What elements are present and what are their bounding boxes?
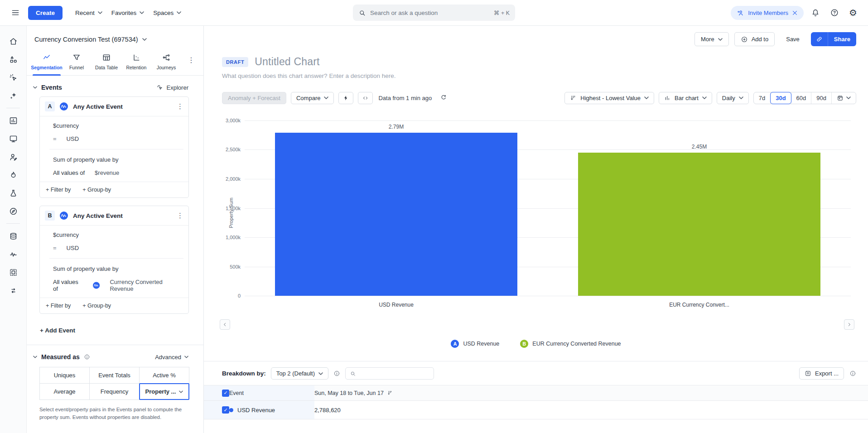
- tab-segmentation[interactable]: Segmentation: [32, 51, 62, 75]
- event-filter-condition[interactable]: = USD: [53, 135, 183, 142]
- add-filter-button[interactable]: + Filter by: [46, 187, 71, 193]
- range-90d[interactable]: 90d: [811, 92, 832, 104]
- breakdown-row-usd-revenue[interactable]: ✓ USD Revenue 2,788,620: [204, 401, 868, 419]
- add-groupby-button[interactable]: + Group-by: [82, 303, 111, 309]
- legend-item-a[interactable]: A USD Revenue: [451, 340, 499, 348]
- chart-bar[interactable]: [578, 153, 820, 296]
- close-icon[interactable]: [792, 10, 798, 16]
- signals-waveform-icon[interactable]: [5, 245, 22, 263]
- experiments-flask-icon[interactable]: [5, 184, 22, 202]
- range-30d[interactable]: 30d: [771, 92, 791, 104]
- compare-button[interactable]: Compare: [291, 92, 334, 104]
- data-flow-swap-icon[interactable]: [5, 281, 22, 299]
- measure-event-totals[interactable]: Event Totals: [89, 367, 140, 384]
- property-target-row[interactable]: All values of Currency Converted Revenue: [53, 279, 183, 292]
- menu-recent[interactable]: Recent: [71, 6, 107, 20]
- charts-icon[interactable]: [5, 111, 22, 130]
- calendar-button[interactable]: [832, 92, 856, 104]
- measure-property-sum[interactable]: Property ...: [139, 383, 189, 400]
- collapse-chevron-icon[interactable]: [33, 356, 37, 358]
- measure-average[interactable]: Average: [39, 383, 90, 400]
- magic-select-icon[interactable]: [5, 68, 22, 87]
- refresh-button[interactable]: [437, 91, 450, 104]
- chart-bar[interactable]: [275, 133, 517, 296]
- range-60d[interactable]: 60d: [791, 92, 812, 104]
- measure-uniques[interactable]: Uniques: [39, 367, 90, 384]
- code-view-button[interactable]: [358, 92, 373, 104]
- event-filter-condition[interactable]: = USD: [53, 245, 183, 251]
- chart-description-placeholder[interactable]: What question does this chart answer? En…: [204, 68, 868, 79]
- tabs-overflow-menu[interactable]: ⋮: [184, 51, 199, 69]
- select-all-checkbox[interactable]: ✓: [222, 390, 229, 397]
- explorer-button[interactable]: Explorer: [156, 84, 188, 91]
- data-database-icon[interactable]: [5, 227, 22, 245]
- breakdown-search[interactable]: [345, 367, 434, 380]
- tab-journeys[interactable]: Journeys: [151, 51, 181, 75]
- more-button[interactable]: More: [694, 32, 729, 46]
- menu-favorites[interactable]: Favorites: [107, 6, 149, 20]
- measure-active-pct[interactable]: Active %: [139, 367, 189, 384]
- breakdown-selector[interactable]: Top 2 (Default): [271, 367, 328, 380]
- event-letter-badge: A: [45, 101, 55, 111]
- advanced-button[interactable]: Advanced: [155, 354, 188, 361]
- chart-title[interactable]: Untitled Chart: [255, 56, 319, 68]
- event-options-menu[interactable]: ⋮: [177, 102, 183, 111]
- tab-retention[interactable]: Retention: [121, 51, 151, 75]
- help-button[interactable]: [827, 5, 842, 20]
- property-target-row[interactable]: All values of $revenue: [53, 169, 183, 176]
- notifications-button[interactable]: [808, 5, 823, 20]
- hamburger-menu-icon[interactable]: [8, 5, 23, 20]
- tab-data-table[interactable]: Data Table: [92, 51, 121, 75]
- event-column-header[interactable]: Event: [229, 390, 244, 396]
- event-card-a: A Any Active Event ⋮ $currency = USD Sum…: [39, 96, 189, 198]
- date-column-header[interactable]: Sun, May 18 to Tue, Jun 17: [314, 390, 868, 396]
- event-options-menu[interactable]: ⋮: [177, 212, 183, 220]
- copy-link-button[interactable]: [811, 32, 828, 46]
- event-name[interactable]: Any Active Event: [73, 103, 123, 110]
- content-icon[interactable]: [5, 50, 22, 68]
- breakdown-search-input[interactable]: [360, 370, 429, 377]
- row-checkbox[interactable]: ✓: [222, 406, 229, 414]
- breakdown-controls: Breakdown by: Top 2 (Default) Export ...: [204, 361, 868, 385]
- activation-flame-icon[interactable]: [5, 166, 22, 184]
- cohorts-icon[interactable]: [5, 148, 22, 166]
- add-event-button[interactable]: + Add Event: [40, 324, 75, 337]
- export-button[interactable]: Export ...: [799, 367, 844, 380]
- measure-frequency[interactable]: Frequency: [89, 383, 140, 400]
- discover-compass-icon[interactable]: [5, 202, 22, 220]
- range-7d[interactable]: 7d: [754, 92, 771, 104]
- save-button[interactable]: Save: [780, 32, 805, 46]
- add-groupby-button[interactable]: + Group-by: [82, 187, 111, 193]
- project-selector[interactable]: Currency Conversion Test (697534): [27, 26, 155, 49]
- tab-funnel[interactable]: Funnel: [62, 51, 92, 75]
- y-axis-tick: 2,000k: [226, 176, 241, 182]
- interval-button[interactable]: Daily: [717, 92, 749, 104]
- menu-spaces[interactable]: Spaces: [149, 6, 186, 20]
- event-filter-property[interactable]: $currency: [53, 122, 183, 129]
- create-button[interactable]: Create: [28, 6, 63, 20]
- measured-as-options: Uniques Event Totals Active % Average Fr…: [39, 367, 189, 399]
- quick-insights-button[interactable]: [338, 92, 353, 104]
- session-replay-icon[interactable]: [5, 263, 22, 281]
- y-axis-tick: 1,500k: [226, 206, 241, 211]
- anomaly-forecast-button[interactable]: Anomaly + Forecast: [222, 92, 286, 104]
- event-filter-property[interactable]: $currency: [53, 231, 183, 238]
- event-name[interactable]: Any Active Event: [73, 212, 123, 219]
- add-filter-button[interactable]: + Filter by: [46, 303, 71, 309]
- sort-order-button[interactable]: Highest - Lowest Value: [564, 92, 654, 104]
- legend-item-b[interactable]: B EUR Currency Converted Revenue: [520, 340, 621, 348]
- search-input[interactable]: [370, 10, 490, 16]
- home-icon[interactable]: [5, 32, 22, 50]
- chart-type-button[interactable]: Bar chart: [659, 92, 712, 104]
- next-page-button[interactable]: [844, 319, 854, 330]
- share-button[interactable]: Share: [828, 32, 856, 46]
- screens-icon[interactable]: [5, 130, 22, 148]
- x-axis-label: USD Revenue: [379, 302, 414, 308]
- prev-page-button[interactable]: [220, 319, 230, 330]
- ai-sparkles-icon[interactable]: [5, 87, 22, 105]
- settings-button[interactable]: ⚙: [846, 5, 860, 20]
- invite-members-banner[interactable]: Invite Members: [731, 6, 804, 20]
- add-to-button[interactable]: Add to: [734, 32, 775, 46]
- global-search[interactable]: ⌘ + K: [353, 5, 515, 21]
- collapse-chevron-icon[interactable]: [33, 86, 37, 89]
